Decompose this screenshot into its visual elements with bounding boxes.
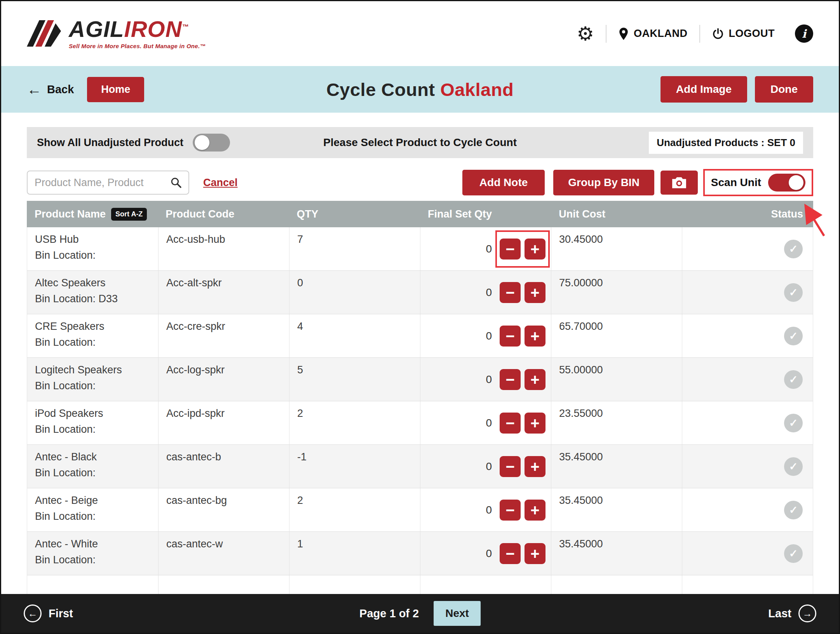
location-button[interactable]: OAKLAND	[618, 27, 688, 40]
qty-stepper: − +	[500, 413, 545, 434]
final-set-qty-value: 0	[486, 286, 492, 299]
first-page-button[interactable]: ← First	[24, 604, 73, 622]
filter-bar: Show All Unadjusted Product Please Selec…	[27, 127, 813, 158]
bin-location: Bin Location:	[35, 510, 158, 523]
final-set-qty-cell: 0 − +	[420, 445, 551, 488]
final-set-qty-cell: 0 − +	[420, 358, 551, 401]
decrement-button[interactable]: −	[500, 543, 521, 564]
table-row[interactable]: Logitech Speakers Bin Location: Acc-log-…	[27, 358, 813, 401]
decrement-button[interactable]: −	[500, 239, 521, 260]
table-row[interactable]: Antec - White Bin Location: cas-antec-w …	[27, 532, 813, 575]
status-check-icon[interactable]: ✓	[784, 457, 803, 476]
camera-icon	[671, 176, 687, 189]
increment-button[interactable]: +	[525, 326, 545, 347]
page-toolbar: ← Back Home Cycle Count Oakland Add Imag…	[1, 66, 839, 113]
show-all-toggle[interactable]	[193, 134, 230, 152]
table-row[interactable]: CRE Speakers Bin Location: Acc-cre-spkr …	[27, 314, 813, 358]
product-name: USB Hub	[35, 233, 158, 246]
final-set-qty-cell: 0 − +	[420, 271, 551, 314]
increment-button[interactable]: +	[525, 369, 545, 390]
table-row[interactable]: Antec - Black Bin Location: cas-antec-b …	[27, 445, 813, 488]
status-check-icon[interactable]: ✓	[784, 327, 803, 345]
qty-cell: 7	[289, 227, 420, 270]
back-button[interactable]: ← Back	[27, 82, 74, 97]
decrement-button[interactable]: −	[500, 326, 521, 347]
show-all-group: Show All Unadjusted Product	[37, 134, 230, 152]
header-product-name[interactable]: Product Name Sort A-Z	[27, 208, 158, 221]
increment-button[interactable]: +	[525, 500, 545, 521]
location-pin-icon	[618, 27, 629, 40]
table-row[interactable]: iPod Speakers Bin Location: Acc-ipd-spkr…	[27, 401, 813, 445]
product-code-cell: Acc-ipd-spkr	[158, 401, 289, 444]
brand-name: AGILIRON™	[69, 18, 206, 40]
increment-button[interactable]: +	[525, 239, 545, 260]
increment-button[interactable]: +	[525, 413, 545, 434]
toolbar-actions: Add Image Done	[660, 76, 813, 103]
info-icon[interactable]: i	[795, 24, 813, 43]
qty-cell: -1	[289, 445, 420, 488]
status-cell: ✓	[682, 532, 813, 575]
add-image-button[interactable]: Add Image	[660, 76, 747, 103]
final-set-qty-cell: 0 − +	[420, 227, 551, 270]
logout-button[interactable]: LOGOUT	[712, 28, 775, 40]
decrement-button[interactable]: −	[500, 413, 521, 434]
qty-stepper: − +	[500, 456, 545, 477]
increment-button[interactable]: +	[525, 543, 545, 564]
first-page-label: First	[49, 607, 73, 620]
status-check-icon[interactable]: ✓	[784, 283, 803, 302]
status-cell: ✓	[682, 271, 813, 314]
table-row[interactable]: Antec - Beige Bin Location: cas-antec-bg…	[27, 488, 813, 532]
next-page-button[interactable]: Next	[434, 601, 481, 626]
final-set-qty-value: 0	[486, 243, 492, 255]
status-cell: ✓	[682, 358, 813, 401]
brand-tagline: Sell More in More Places. But Manage in …	[69, 43, 206, 49]
status-check-icon[interactable]: ✓	[784, 240, 803, 258]
table-row[interactable]: USB Hub Bin Location: Acc-usb-hub 7 0 − …	[27, 227, 813, 271]
product-code-cell: Acc-usb-hub	[158, 227, 289, 270]
header-status: Status	[682, 208, 813, 220]
product-name: Logitech Speakers	[35, 364, 158, 376]
header-qty: QTY	[289, 208, 420, 220]
status-check-icon[interactable]: ✓	[784, 370, 803, 389]
product-code-cell: Acc-alt-spkr	[158, 271, 289, 314]
decrement-button[interactable]: −	[500, 369, 521, 390]
last-page-button[interactable]: Last →	[768, 604, 816, 622]
add-note-button[interactable]: Add Note	[462, 170, 545, 195]
status-check-icon[interactable]: ✓	[784, 544, 803, 563]
table-header-row: Product Name Sort A-Z Product Code QTY F…	[27, 201, 813, 227]
camera-button[interactable]	[660, 171, 698, 195]
table-row[interactable]: Altec Speakers Bin Location: D33 Acc-alt…	[27, 271, 813, 314]
increment-button[interactable]: +	[525, 456, 545, 477]
decrement-button[interactable]: −	[500, 500, 521, 521]
product-name: CRE Speakers	[35, 320, 158, 333]
product-code-cell: cas-antec-bg	[158, 488, 289, 531]
qty-stepper: − +	[500, 282, 545, 303]
agiliron-logo: AGILIRON™ Sell More in More Places. But …	[27, 18, 206, 49]
decrement-button[interactable]: −	[500, 456, 521, 477]
status-check-icon[interactable]: ✓	[784, 414, 803, 432]
unit-cost-cell: 35.45000	[551, 532, 682, 575]
home-button[interactable]: Home	[87, 77, 144, 102]
product-search-input[interactable]	[27, 171, 189, 195]
toggle-knob	[195, 135, 209, 150]
status-check-icon[interactable]: ✓	[784, 501, 803, 519]
first-page-arrow-icon: ←	[24, 604, 42, 622]
cancel-link[interactable]: Cancel	[203, 177, 238, 189]
power-icon	[712, 28, 724, 40]
increment-button[interactable]: +	[525, 282, 545, 303]
header-final-set-qty: Final Set Qty	[420, 208, 551, 220]
final-set-qty-cell: 0 − +	[420, 314, 551, 357]
top-header: AGILIRON™ Sell More in More Places. But …	[1, 1, 839, 66]
header-actions: ⚙ OAKLAND LOGOUT i	[577, 24, 813, 44]
group-by-bin-button[interactable]: Group By BIN	[553, 170, 654, 195]
settings-gear-icon[interactable]: ⚙	[577, 24, 594, 44]
final-set-qty-value: 0	[486, 460, 492, 473]
status-cell: ✓	[682, 401, 813, 444]
header-product-code: Product Code	[158, 208, 289, 220]
scan-unit-toggle[interactable]	[768, 174, 805, 192]
sort-a-z-badge[interactable]: Sort A-Z	[111, 208, 147, 221]
header-product-name-label: Product Name	[35, 208, 106, 220]
product-name-cell: USB Hub Bin Location:	[27, 227, 158, 270]
decrement-button[interactable]: −	[500, 282, 521, 303]
done-button[interactable]: Done	[755, 76, 813, 103]
